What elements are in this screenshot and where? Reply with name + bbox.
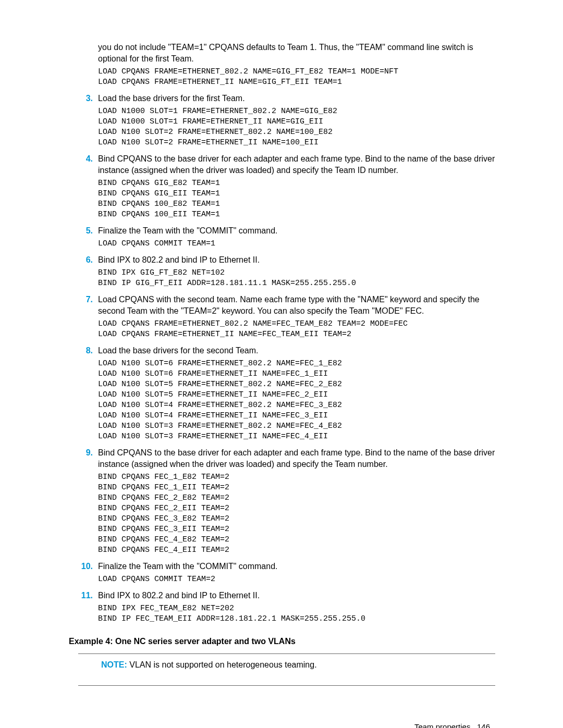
step-body: Bind CPQANS to the base driver for each … — [98, 447, 495, 556]
step-number: 3. — [78, 93, 98, 104]
note-text: VLAN is not supported on heterogeneous t… — [129, 660, 316, 669]
page-footer: Team properties 146 — [78, 722, 495, 728]
step-number: 8. — [78, 345, 98, 356]
step: 8.Load the base drivers for the second T… — [78, 345, 495, 442]
steps-list: 3.Load the base drivers for the first Te… — [78, 93, 495, 624]
step-text: Load the base drivers for the first Team… — [98, 93, 495, 104]
step-text: Bind IPX to 802.2 and bind IP to Etherne… — [98, 590, 495, 601]
step-text: Finalize the Team with the "COMMIT" comm… — [98, 225, 495, 237]
step: 4.Bind CPQANS to the base driver for eac… — [78, 153, 495, 220]
step: 7.Load CPQANS with the second team. Name… — [78, 294, 495, 340]
step-code: LOAD N1000 SLOT=1 FRAME=ETHERNET_802.2 N… — [98, 106, 495, 148]
step-body: Load CPQANS with the second team. Name e… — [98, 294, 495, 340]
note-box: NOTE: VLAN is not supported on heterogen… — [78, 653, 495, 686]
step-body: Load the base drivers for the first Team… — [98, 93, 495, 148]
step-body: Bind IPX to 802.2 and bind IP to Etherne… — [98, 254, 495, 289]
step-code: BIND CPQANS FEC_1_E82 TEAM=2 BIND CPQANS… — [98, 472, 495, 556]
step: 11.Bind IPX to 802.2 and bind IP to Ethe… — [78, 590, 495, 624]
step-text: Bind CPQANS to the base driver for each … — [98, 447, 495, 470]
example-heading: Example 4: One NC series server adapter … — [69, 637, 495, 646]
step-code: BIND CPQANS GIG_E82 TEAM=1 BIND CPQANS G… — [98, 178, 495, 220]
step-body: Bind CPQANS to the base driver for each … — [98, 153, 495, 220]
step: 9.Bind CPQANS to the base driver for eac… — [78, 447, 495, 556]
step-code: BIND IPX GIG_FT_E82 NET=102 BIND IP GIG_… — [98, 268, 495, 289]
step-text: Load the base drivers for the second Tea… — [98, 345, 495, 356]
step-code: LOAD CPQANS COMMIT TEAM=2 — [98, 574, 495, 585]
step-number: 4. — [78, 153, 98, 165]
step-text: Finalize the Team with the "COMMIT" comm… — [98, 561, 495, 572]
step-code: LOAD N100 SLOT=6 FRAME=ETHERNET_802.2 NA… — [98, 359, 495, 442]
step-body: Finalize the Team with the "COMMIT" comm… — [98, 225, 495, 249]
step-code: LOAD CPQANS FRAME=ETHERNET_802.2 NAME=FE… — [98, 319, 495, 340]
step-text: Load CPQANS with the second team. Name e… — [98, 294, 495, 317]
step-text: Bind CPQANS to the base driver for each … — [98, 153, 495, 176]
step-text: Bind IPX to 802.2 and bind IP to Etherne… — [98, 254, 495, 266]
intro-paragraph: you do not include "TEAM=1" CPQANS defau… — [98, 42, 495, 65]
step-body: Load the base drivers for the second Tea… — [98, 345, 495, 442]
step-number: 11. — [78, 590, 98, 601]
step-number: 9. — [78, 447, 98, 459]
step-code: LOAD CPQANS COMMIT TEAM=1 — [98, 239, 495, 249]
step-number: 7. — [78, 294, 98, 305]
footer-page-number: 146 — [477, 722, 490, 728]
step-number: 6. — [78, 254, 98, 266]
step: 5.Finalize the Team with the "COMMIT" co… — [78, 225, 495, 249]
document-page: you do not include "TEAM=1" CPQANS defau… — [0, 0, 563, 728]
intro-code: LOAD CPQANS FRAME=ETHERNET_802.2 NAME=GI… — [98, 67, 495, 88]
step: 10.Finalize the Team with the "COMMIT" c… — [78, 561, 495, 585]
step-number: 5. — [78, 225, 98, 237]
footer-section: Team properties — [414, 722, 471, 728]
step-body: Bind IPX to 802.2 and bind IP to Etherne… — [98, 590, 495, 624]
step-code: BIND IPX FEC_TEAM_E82 NET=202 BIND IP FE… — [98, 603, 495, 624]
step-number: 10. — [78, 561, 98, 572]
step: 3.Load the base drivers for the first Te… — [78, 93, 495, 148]
note-label: NOTE: — [101, 660, 127, 669]
step: 6.Bind IPX to 802.2 and bind IP to Ether… — [78, 254, 495, 289]
step-body: Finalize the Team with the "COMMIT" comm… — [98, 561, 495, 585]
